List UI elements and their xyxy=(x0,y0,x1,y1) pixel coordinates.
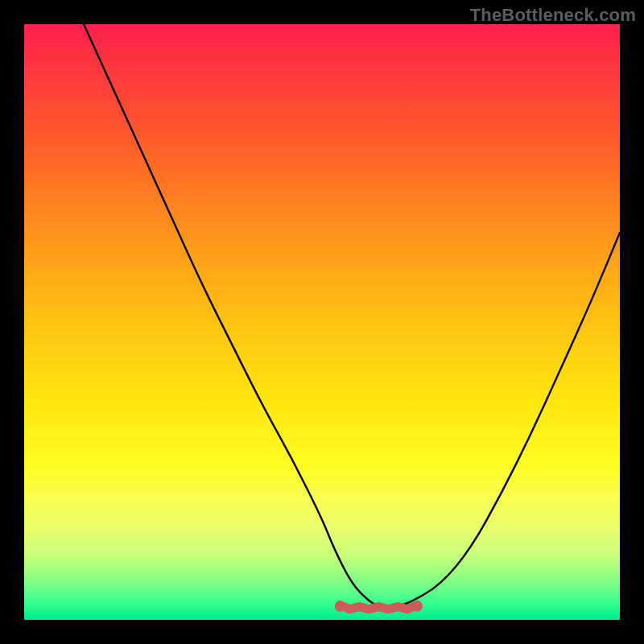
optimal-range-end-dot xyxy=(412,601,423,612)
plot-area xyxy=(24,24,620,620)
optimal-range-start-dot xyxy=(335,601,345,612)
watermark-text: TheBottleneck.com xyxy=(470,5,636,26)
bottleneck-curve xyxy=(84,24,620,608)
curve-layer xyxy=(24,24,620,620)
chart-frame: TheBottleneck.com xyxy=(0,0,644,644)
optimal-range-marker xyxy=(340,605,417,609)
